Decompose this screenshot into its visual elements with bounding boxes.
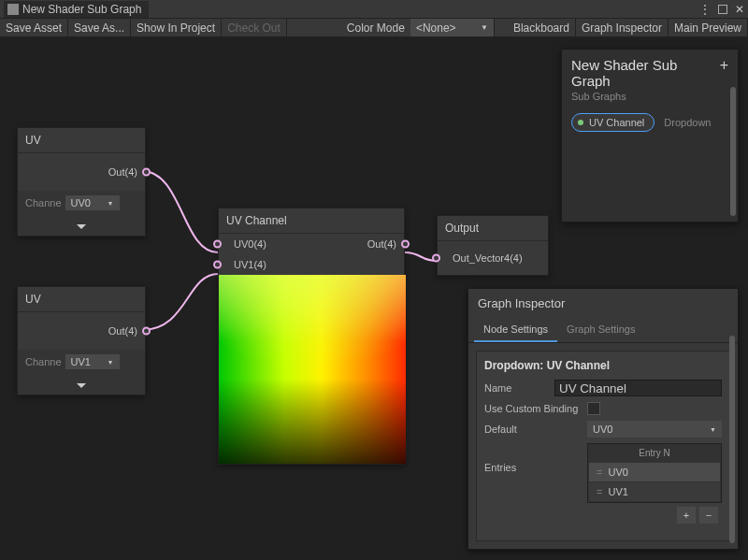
node-uv-1[interactable]: UV Out(4) Channe UV1 ▼ [17,286,146,395]
save-as-button[interactable]: Save As... [68,19,131,36]
chevron-down-icon: ▼ [108,359,114,366]
blackboard-toggle-button[interactable]: Blackboard [508,19,576,36]
entry-item-uv1[interactable]: = UV1 [589,482,720,501]
input-port-uv0[interactable] [213,240,222,249]
default-value: UV0 [593,424,612,435]
save-asset-button[interactable]: Save Asset [0,19,68,36]
drag-handle-icon[interactable]: = [597,486,602,497]
chevron-down-icon: ▼ [108,200,114,207]
node-preview [219,275,406,464]
chevron-down-icon: ▼ [710,426,716,433]
node-uv-channel[interactable]: UV Channel UV0(4) Out(4) UV1(4) [218,208,405,465]
channel-label: Channe [25,197,62,208]
port-label-out: Out(4) [108,325,137,337]
entries-list: Entry N = UV0 = UV1 [587,443,722,503]
port-label-uv0: UV0(4) [234,238,266,250]
color-mode-label: Color Mode [341,19,410,36]
channel-label: Channe [25,356,62,367]
use-custom-binding-label: Use Custom Binding [484,403,587,414]
channel-value: UV0 [71,197,91,208]
channel-dropdown[interactable]: UV1 ▼ [65,354,120,369]
close-icon[interactable]: ✕ [735,3,744,16]
inspector-title: Graph Inspector [468,289,738,318]
section-title: Dropdown: UV Channel [484,359,722,372]
window-tab[interactable]: New Shader Sub Graph [4,1,149,18]
color-mode-dropdown[interactable]: <None> ▼ [410,19,495,36]
port-label-out: Out(4) [367,238,396,250]
port-label: Out_Vector4(4) [453,252,523,264]
window-controls: ⋮ ✕ [699,3,744,16]
tab-graph-settings[interactable]: Graph Settings [557,318,644,342]
node-expand-toggle[interactable] [18,215,145,236]
default-dropdown[interactable]: UV0 ▼ [587,421,722,438]
name-input[interactable] [554,380,722,396]
window-title: New Shader Sub Graph [22,3,141,16]
main-preview-toggle-button[interactable]: Main Preview [669,19,748,36]
port-label-uv1: UV1(4) [234,259,266,270]
channel-value: UV1 [71,356,91,367]
show-in-project-button[interactable]: Show In Project [131,19,222,36]
property-name: UV Channel [589,117,644,128]
chevron-down-icon [77,383,86,388]
chevron-down-icon [77,224,86,229]
output-port[interactable] [142,327,151,336]
name-label: Name [484,382,554,394]
graph-inspector-panel[interactable]: Graph Inspector Node Settings Graph Sett… [468,288,739,550]
entry-label: UV0 [608,467,627,478]
graph-inspector-toggle-button[interactable]: Graph Inspector [576,19,669,36]
node-header[interactable]: UV [18,128,145,153]
node-header[interactable]: UV [18,287,145,312]
node-expand-toggle[interactable] [18,374,145,395]
output-port[interactable] [142,168,151,177]
blackboard-subtitle: Sub Graphs [571,91,720,102]
add-entry-button[interactable]: + [677,507,696,524]
property-pill-uv-channel[interactable]: UV Channel [571,113,654,132]
add-property-button[interactable]: + [720,57,728,74]
output-port[interactable] [401,240,410,249]
scrollbar[interactable] [729,336,735,543]
blackboard-title: New Shader Sub Graph [571,57,720,89]
node-header[interactable]: UV Channel [219,208,404,234]
input-port-out-vector4[interactable] [432,254,440,263]
use-custom-binding-checkbox[interactable] [587,402,600,415]
scrollbar[interactable] [730,87,736,216]
port-label-out: Out(4) [108,166,137,178]
input-port-uv1[interactable] [213,261,222,269]
window-titlebar: New Shader Sub Graph ⋮ ✕ [0,0,748,19]
property-dot-icon [578,120,583,125]
shader-graph-icon [7,4,19,15]
entry-label: UV1 [608,486,627,497]
default-label: Default [484,424,587,435]
kebab-menu-icon[interactable]: ⋮ [699,3,711,16]
entry-item-uv0[interactable]: = UV0 [589,463,720,481]
chevron-down-icon: ▼ [481,23,488,32]
entries-label: Entries [484,443,587,473]
blackboard-panel[interactable]: New Shader Sub Graph Sub Graphs + UV Cha… [561,49,739,223]
maximize-icon[interactable] [718,5,727,14]
node-output[interactable]: Output Out_Vector4(4) [437,215,549,276]
channel-dropdown[interactable]: UV0 ▼ [65,195,120,210]
toolbar: Save Asset Save As... Show In Project Ch… [0,19,748,37]
remove-entry-button[interactable]: − [699,507,718,524]
tab-node-settings[interactable]: Node Settings [474,318,557,342]
graph-canvas[interactable]: UV Out(4) Channe UV0 ▼ UV Out(4) Channe … [0,37,748,560]
property-type-label: Dropdown [664,117,711,128]
entries-header: Entry N [588,444,721,462]
node-settings-section: Dropdown: UV Channel Name Use Custom Bin… [476,351,730,541]
color-mode-value: <None> [416,22,456,35]
node-uv-0[interactable]: UV Out(4) Channe UV0 ▼ [17,127,146,237]
node-header[interactable]: Output [438,216,548,241]
drag-handle-icon[interactable]: = [597,467,602,478]
check-out-button: Check Out [222,19,287,36]
